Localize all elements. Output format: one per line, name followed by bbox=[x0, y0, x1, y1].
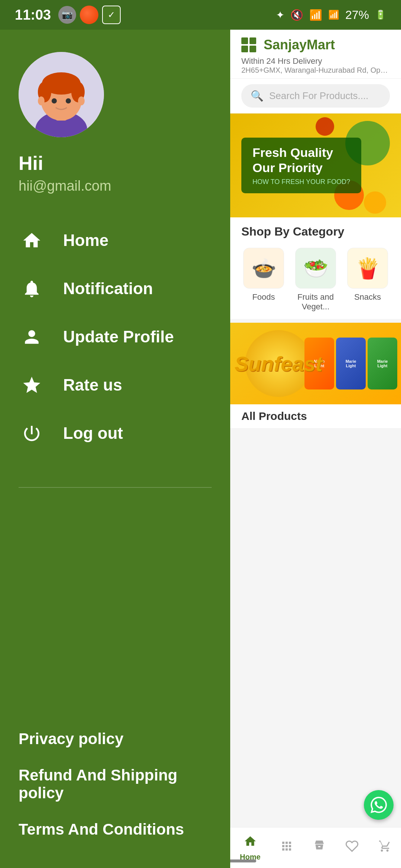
bottom-nav-categories[interactable] bbox=[280, 839, 293, 856]
search-icon: 🔍 bbox=[251, 90, 264, 102]
svg-point-8 bbox=[66, 98, 71, 103]
category-item-foods[interactable]: 🍲 Foods bbox=[238, 248, 290, 312]
nav-rate-label: Rate us bbox=[63, 376, 122, 394]
svg-point-7 bbox=[52, 98, 57, 103]
promo-banner: Sunfeast MarieLight MarieLight MarieLigh… bbox=[230, 323, 401, 404]
whatsapp-fab[interactable] bbox=[364, 790, 394, 820]
sunfeast-logo: Sunfeast bbox=[235, 352, 323, 376]
status-time: 11:03 bbox=[15, 7, 51, 23]
wifi-icon: 📶 bbox=[309, 9, 322, 21]
check-app-icon: ✓ bbox=[102, 6, 121, 24]
category-icon-fruits-veg: 🥗 bbox=[295, 248, 336, 289]
user-name: Hii bbox=[19, 152, 212, 174]
pack-green: MarieLight bbox=[368, 338, 397, 389]
address-text: 2H65+GMX, Warangal-Huzurabad Rd, Opposit… bbox=[241, 66, 390, 75]
nav-logout-label: Log out bbox=[63, 424, 123, 443]
terms-conditions-link[interactable]: Terms And Conditions bbox=[19, 821, 212, 838]
avatar bbox=[19, 52, 104, 137]
policy-list: Privacy policy Refund And Shipping polic… bbox=[19, 730, 212, 838]
deco-circle-3 bbox=[364, 191, 386, 214]
status-bar: 11:03 📷 ✓ ✦ 🔇 📶 📶 27% 🔋 bbox=[0, 0, 401, 30]
nav-divider bbox=[19, 487, 212, 488]
user-email: hii@gmail.com bbox=[19, 178, 212, 194]
category-item-snacks[interactable]: 🍟 Snacks bbox=[342, 248, 394, 312]
app-name: SanjayMart bbox=[264, 37, 335, 53]
pack-blue: MarieLight bbox=[336, 338, 366, 389]
drawer: Hii hii@gmail.com Home Notification bbox=[0, 30, 230, 868]
category-icon-snacks: 🍟 bbox=[347, 248, 388, 289]
hero-title: Fresh Quality Our Priority bbox=[252, 145, 350, 175]
bottom-wishlist-icon bbox=[345, 839, 359, 856]
search-input[interactable]: Search For Products.... bbox=[269, 90, 368, 102]
sunfeast-circle: Sunfeast bbox=[245, 330, 312, 397]
section-title: Shop By Category bbox=[230, 217, 401, 244]
bottom-bag-icon bbox=[378, 839, 391, 856]
bottom-nav-bag[interactable] bbox=[378, 839, 391, 856]
refund-policy-link[interactable]: Refund And Shipping policy bbox=[19, 766, 212, 802]
bottom-nav-cart[interactable] bbox=[313, 839, 326, 856]
status-app-icons: 📷 ✓ bbox=[58, 6, 121, 24]
home-icon bbox=[19, 227, 45, 253]
nav-item-update-profile[interactable]: Update Profile bbox=[19, 313, 212, 361]
avatar-svg bbox=[19, 52, 104, 137]
app-header: SanjayMart Within 24 Hrs Delivery 2H65+G… bbox=[230, 30, 401, 79]
nav-item-notification[interactable]: Notification bbox=[19, 264, 212, 313]
app-header-top: SanjayMart bbox=[241, 37, 390, 53]
main-layout: Hii hii@gmail.com Home Notification bbox=[0, 30, 401, 868]
bottom-nav-wishlist[interactable] bbox=[345, 839, 359, 856]
profile-icon bbox=[19, 324, 45, 350]
category-item-fruits-veg[interactable]: 🥗 Fruits and Veget... bbox=[290, 248, 342, 312]
svg-point-10 bbox=[78, 96, 85, 105]
mute-icon: 🔇 bbox=[290, 9, 303, 21]
grid-icon bbox=[241, 37, 256, 52]
nav-item-logout[interactable]: Log out bbox=[19, 409, 212, 457]
bottom-categories-icon bbox=[280, 839, 293, 856]
hero-text-block: Fresh Quality Our Priority HOW TO FRESH … bbox=[241, 138, 361, 194]
nav-item-rate-us[interactable]: Rate us bbox=[19, 361, 212, 409]
bottom-cart-icon bbox=[313, 839, 326, 856]
delivery-text: Within 24 Hrs Delivery bbox=[241, 56, 390, 66]
search-input-wrap[interactable]: 🔍 Search For Products.... bbox=[241, 84, 390, 108]
bottom-home-icon bbox=[244, 835, 257, 851]
nav-list: Home Notification Update Profile bbox=[19, 216, 212, 457]
deco-circle-4 bbox=[316, 117, 334, 136]
nav-item-home[interactable]: Home bbox=[19, 216, 212, 264]
nav-profile-label: Update Profile bbox=[63, 328, 174, 346]
signal-icon: 📶 bbox=[328, 10, 339, 20]
category-label-foods: Foods bbox=[252, 292, 275, 302]
category-icon-foods: 🍲 bbox=[243, 248, 284, 289]
camera-app-icon: 📷 bbox=[58, 6, 76, 24]
bottom-nav-home[interactable]: Home bbox=[240, 835, 261, 861]
food-app-icon bbox=[80, 6, 98, 24]
nav-home-label: Home bbox=[63, 231, 108, 250]
search-bar: 🔍 Search For Products.... bbox=[230, 79, 401, 114]
battery-icon: 🔋 bbox=[375, 10, 386, 20]
category-label-snacks: Snacks bbox=[354, 292, 381, 302]
app-panel: SanjayMart Within 24 Hrs Delivery 2H65+G… bbox=[230, 30, 401, 868]
status-right-icons: ✦ 🔇 📶 📶 27% 🔋 bbox=[276, 8, 386, 22]
notification-icon bbox=[19, 276, 45, 302]
hero-banner: Fresh Quality Our Priority HOW TO FRESH … bbox=[230, 114, 401, 217]
category-label-fruits-veg: Fruits and Veget... bbox=[290, 292, 342, 312]
star-icon bbox=[19, 372, 45, 398]
nav-notification-label: Notification bbox=[63, 279, 153, 298]
categories-row: 🍲 Foods 🥗 Fruits and Veget... 🍟 Snacks bbox=[230, 244, 401, 319]
all-products-label: All Products bbox=[230, 404, 401, 428]
svg-point-9 bbox=[38, 96, 45, 105]
bluetooth-icon: ✦ bbox=[276, 9, 284, 21]
battery-text: 27% bbox=[345, 8, 369, 22]
hero-subtitle: HOW TO FRESH YOUR FOOD? bbox=[252, 178, 350, 186]
privacy-policy-link[interactable]: Privacy policy bbox=[19, 730, 212, 748]
logout-icon bbox=[19, 420, 45, 446]
